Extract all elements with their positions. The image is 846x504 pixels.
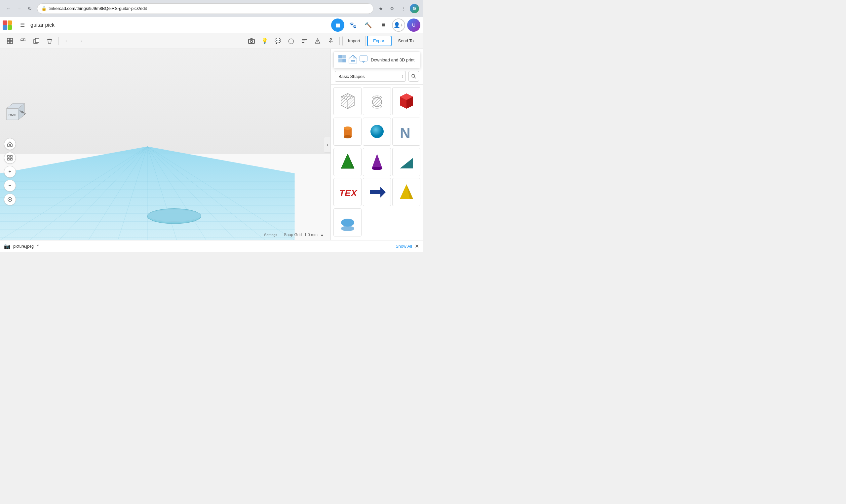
more-button[interactable]: ⋮ — [399, 4, 408, 13]
extensions-button[interactable]: ⚙ — [387, 4, 396, 13]
bookmark-button[interactable]: ★ — [376, 4, 385, 13]
browser-actions: ★ ⚙ ⋮ G — [376, 4, 419, 13]
perspective-button[interactable] — [4, 194, 16, 205]
flip-button[interactable] — [312, 35, 323, 47]
left-controls: + − — [4, 138, 16, 205]
tools-button[interactable]: 🔨 — [362, 18, 375, 32]
lock-icon: 🔒 — [41, 6, 47, 11]
shape-item-cone-purple[interactable] — [363, 148, 391, 176]
svg-line-24 — [147, 146, 177, 240]
shapes-grid: N — [331, 85, 423, 240]
zoom-in-button[interactable]: + — [4, 166, 16, 178]
shape-item-text-label[interactable]: TEXT — [333, 178, 362, 206]
paw-button[interactable]: 🐾 — [346, 18, 359, 32]
address-bar[interactable]: 🔒 tinkercad.com/things/9J9m8BQeiRS-guita… — [37, 3, 373, 14]
add-person-button[interactable]: 👤+ — [392, 18, 405, 32]
anchor-button[interactable] — [325, 35, 337, 47]
svg-point-83 — [372, 167, 382, 170]
nav-buttons: ← → ↻ — [4, 4, 34, 13]
shapes-header: Basic Shapes ↕ — [331, 68, 423, 85]
duplicate-button[interactable] — [30, 35, 42, 47]
blocks-button[interactable]: ■ — [377, 18, 390, 32]
top-bar-actions: ◼ 🐾 🔨 ■ 👤+ U — [331, 18, 420, 32]
user-avatar[interactable]: U — [407, 18, 420, 32]
app-wrapper: ☰ guitar pick ◼ 🐾 🔨 ■ 👤+ U ← → — [0, 17, 423, 252]
align-button[interactable] — [298, 35, 310, 47]
svg-rect-12 — [302, 42, 304, 43]
comment-button[interactable]: 💬 — [272, 35, 284, 47]
svg-text:FRONT: FRONT — [8, 114, 17, 116]
grid-view-button[interactable]: ◼ — [331, 18, 345, 32]
shape-item-box-red[interactable] — [392, 87, 420, 115]
undo-button[interactable]: ← — [61, 35, 73, 47]
shape-item-cylinder-hole[interactable] — [363, 87, 391, 115]
back-button[interactable]: ← — [4, 4, 13, 13]
forward-button[interactable]: → — [15, 4, 24, 13]
shape-item-sphere-blue[interactable] — [363, 118, 391, 146]
svg-marker-13 — [315, 39, 320, 43]
toolbar: ← → 💡 💬 ◯ Import Export Send To — [0, 33, 423, 49]
camera-button[interactable] — [246, 35, 258, 47]
shape-item-text-n[interactable]: N — [392, 118, 420, 146]
svg-line-27 — [147, 146, 265, 240]
snap-grid-value: 1.0 mm — [304, 233, 318, 237]
logo-k — [7, 25, 12, 30]
svg-marker-87 — [370, 187, 386, 198]
delete-button[interactable] — [43, 35, 55, 47]
svg-text:N: N — [400, 125, 410, 141]
snap-grid-control: Snap Grid 1.0 mm ▲ — [284, 232, 325, 237]
svg-rect-53 — [338, 59, 342, 62]
shape-item-box-hole[interactable] — [333, 87, 362, 115]
shape-item-cylinder-orange[interactable] — [333, 118, 362, 146]
import-button[interactable]: Import — [342, 36, 366, 46]
shapes-search-button[interactable] — [408, 71, 419, 82]
svg-point-37 — [147, 209, 201, 223]
ungroup-button[interactable] — [17, 35, 29, 47]
snap-grid-increase[interactable]: ▲ — [319, 232, 325, 237]
svg-rect-8 — [248, 39, 254, 43]
svg-line-19 — [30, 146, 147, 240]
chevron-up-button[interactable]: ⌃ — [36, 244, 40, 249]
shape-item-wedge-teal[interactable] — [392, 148, 420, 176]
svg-line-20 — [59, 146, 147, 240]
redo-button[interactable]: → — [74, 35, 86, 47]
shapes-category-select[interactable]: Basic Shapes — [335, 71, 406, 82]
home-button[interactable] — [4, 138, 16, 150]
light-button[interactable]: 💡 — [259, 35, 271, 47]
browser-chrome: ← → ↻ 🔒 tinkercad.com/things/9J9m8BQeiRS… — [0, 0, 423, 17]
svg-rect-45 — [7, 156, 9, 157]
view-cube[interactable]: FRONT RIGHT — [4, 102, 27, 125]
zoom-out-button[interactable]: − — [4, 180, 16, 192]
collapse-panel-button[interactable]: › — [324, 137, 331, 152]
svg-rect-4 — [21, 39, 23, 41]
show-all-button[interactable]: Show All — [395, 244, 412, 249]
settings-button[interactable]: Settings — [263, 232, 279, 237]
svg-point-76 — [344, 135, 352, 138]
svg-point-15 — [330, 38, 332, 40]
svg-rect-47 — [7, 159, 9, 160]
menu-button[interactable]: ☰ — [17, 20, 28, 30]
shape-item-arrow-blue[interactable] — [363, 178, 391, 206]
project-title: guitar pick — [30, 22, 329, 28]
group-button[interactable] — [4, 35, 16, 47]
viewport[interactable]: FRONT RIGHT + − — [0, 49, 331, 240]
shape-item-partial[interactable] — [333, 209, 362, 236]
shape-button[interactable]: ◯ — [285, 35, 297, 47]
sendto-button[interactable]: Send To — [393, 36, 419, 46]
profile-icon[interactable]: G — [410, 4, 419, 13]
url-text: tinkercad.com/things/9J9m8BQeiRS-guitar-… — [49, 6, 369, 11]
reload-button[interactable]: ↻ — [25, 4, 34, 13]
shape-item-pyramid-yellow[interactable] — [392, 178, 420, 206]
svg-line-26 — [147, 146, 236, 240]
main-content: FRONT RIGHT + − — [0, 49, 423, 240]
svg-point-38 — [147, 209, 201, 222]
svg-rect-48 — [11, 159, 12, 160]
top-bar: ☰ guitar pick ◼ 🐾 🔨 ■ 👤+ U — [0, 17, 423, 33]
export-button[interactable]: Export — [367, 36, 392, 46]
logo-t — [3, 20, 7, 25]
svg-point-9 — [250, 40, 253, 42]
focus-button[interactable] — [4, 152, 16, 164]
shape-item-pyramid-green[interactable] — [333, 148, 362, 176]
close-download-button[interactable]: ✕ — [415, 243, 419, 249]
tinkercad-logo[interactable] — [3, 20, 12, 30]
